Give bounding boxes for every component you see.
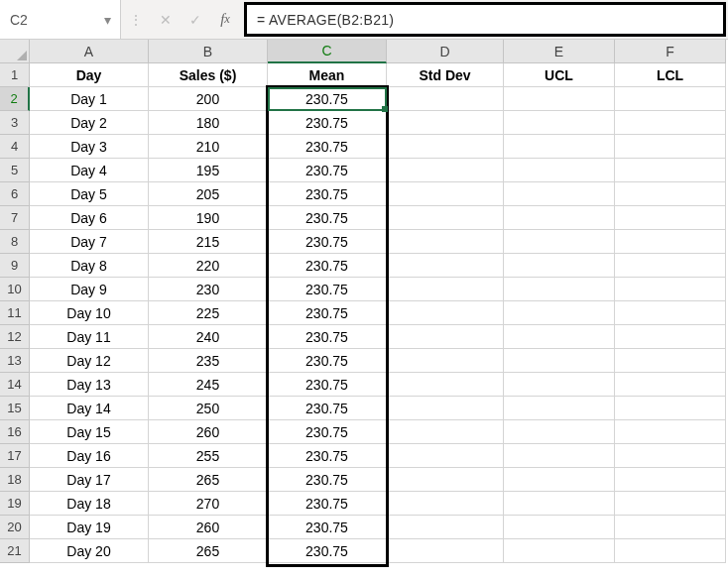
cell-F7[interactable]: [615, 206, 726, 230]
row-header-14[interactable]: 14: [0, 373, 30, 397]
cell-E1[interactable]: UCL: [504, 63, 615, 87]
cell-F11[interactable]: [615, 301, 726, 325]
cell-D5[interactable]: [387, 159, 504, 182]
cell-A19[interactable]: Day 18: [30, 492, 149, 516]
cell-B21[interactable]: 265: [149, 539, 268, 563]
cell-C2[interactable]: 230.75: [268, 87, 387, 111]
row-header-13[interactable]: 13: [0, 349, 30, 373]
cell-F12[interactable]: [615, 325, 726, 349]
cell-E11[interactable]: [504, 301, 615, 325]
cell-A2[interactable]: Day 1: [30, 87, 149, 111]
row-header-7[interactable]: 7: [0, 206, 30, 230]
cell-B12[interactable]: 240: [149, 325, 268, 349]
cell-A3[interactable]: Day 2: [30, 111, 149, 135]
cell-C5[interactable]: 230.75: [268, 159, 387, 182]
cell-F15[interactable]: [615, 397, 726, 420]
cell-D3[interactable]: [387, 111, 504, 135]
cell-E12[interactable]: [504, 325, 615, 349]
cell-E15[interactable]: [504, 397, 615, 420]
column-header-E[interactable]: E: [504, 40, 615, 63]
cell-F8[interactable]: [615, 230, 726, 254]
cell-E7[interactable]: [504, 206, 615, 230]
cell-D16[interactable]: [387, 420, 504, 444]
cell-D13[interactable]: [387, 349, 504, 373]
cell-E19[interactable]: [504, 492, 615, 516]
cell-A4[interactable]: Day 3: [30, 135, 149, 159]
cell-C18[interactable]: 230.75: [268, 468, 387, 492]
row-header-16[interactable]: 16: [0, 420, 30, 444]
cell-A11[interactable]: Day 10: [30, 301, 149, 325]
row-header-10[interactable]: 10: [0, 278, 30, 301]
cell-A7[interactable]: Day 6: [30, 206, 149, 230]
cell-A21[interactable]: Day 20: [30, 539, 149, 563]
cell-B8[interactable]: 215: [149, 230, 268, 254]
cell-A8[interactable]: Day 7: [30, 230, 149, 254]
name-box[interactable]: C2 ▾: [0, 0, 121, 39]
cell-F1[interactable]: LCL: [615, 63, 726, 87]
cell-E17[interactable]: [504, 444, 615, 468]
cell-C8[interactable]: 230.75: [268, 230, 387, 254]
fx-icon[interactable]: fx: [210, 0, 240, 39]
cell-D7[interactable]: [387, 206, 504, 230]
formula-bar-input[interactable]: = AVERAGE(B2:B21): [244, 2, 726, 37]
cell-B11[interactable]: 225: [149, 301, 268, 325]
cell-D11[interactable]: [387, 301, 504, 325]
cell-A1[interactable]: Day: [30, 63, 149, 87]
cell-D17[interactable]: [387, 444, 504, 468]
cell-B4[interactable]: 210: [149, 135, 268, 159]
cell-B19[interactable]: 270: [149, 492, 268, 516]
cell-B20[interactable]: 260: [149, 516, 268, 539]
cell-A20[interactable]: Day 19: [30, 516, 149, 539]
cell-D15[interactable]: [387, 397, 504, 420]
row-header-15[interactable]: 15: [0, 397, 30, 420]
row-header-21[interactable]: 21: [0, 539, 30, 563]
cell-B13[interactable]: 235: [149, 349, 268, 373]
row-header-1[interactable]: 1: [0, 63, 30, 87]
cell-E21[interactable]: [504, 539, 615, 563]
cell-A15[interactable]: Day 14: [30, 397, 149, 420]
select-all-corner[interactable]: [0, 40, 30, 63]
cell-E14[interactable]: [504, 373, 615, 397]
row-header-9[interactable]: 9: [0, 254, 30, 278]
cell-C20[interactable]: 230.75: [268, 516, 387, 539]
cell-F17[interactable]: [615, 444, 726, 468]
cell-C21[interactable]: 230.75: [268, 539, 387, 563]
cell-F9[interactable]: [615, 254, 726, 278]
cell-F18[interactable]: [615, 468, 726, 492]
cell-D8[interactable]: [387, 230, 504, 254]
cell-E16[interactable]: [504, 420, 615, 444]
row-header-18[interactable]: 18: [0, 468, 30, 492]
cell-E8[interactable]: [504, 230, 615, 254]
cell-C4[interactable]: 230.75: [268, 135, 387, 159]
cell-C3[interactable]: 230.75: [268, 111, 387, 135]
column-header-B[interactable]: B: [149, 40, 268, 63]
row-header-11[interactable]: 11: [0, 301, 30, 325]
row-header-17[interactable]: 17: [0, 444, 30, 468]
row-header-3[interactable]: 3: [0, 111, 30, 135]
cell-F2[interactable]: [615, 87, 726, 111]
cell-B9[interactable]: 220: [149, 254, 268, 278]
cell-F20[interactable]: [615, 516, 726, 539]
cell-E4[interactable]: [504, 135, 615, 159]
cell-C13[interactable]: 230.75: [268, 349, 387, 373]
cell-C15[interactable]: 230.75: [268, 397, 387, 420]
cell-F21[interactable]: [615, 539, 726, 563]
cell-D14[interactable]: [387, 373, 504, 397]
cell-C14[interactable]: 230.75: [268, 373, 387, 397]
cell-A10[interactable]: Day 9: [30, 278, 149, 301]
column-header-A[interactable]: A: [30, 40, 149, 63]
cell-E18[interactable]: [504, 468, 615, 492]
row-header-4[interactable]: 4: [0, 135, 30, 159]
cell-D2[interactable]: [387, 87, 504, 111]
cell-D4[interactable]: [387, 135, 504, 159]
cell-C19[interactable]: 230.75: [268, 492, 387, 516]
column-header-F[interactable]: F: [615, 40, 726, 63]
column-header-C[interactable]: C: [268, 40, 387, 63]
cell-D9[interactable]: [387, 254, 504, 278]
cell-C6[interactable]: 230.75: [268, 182, 387, 206]
cell-C10[interactable]: 230.75: [268, 278, 387, 301]
cell-C17[interactable]: 230.75: [268, 444, 387, 468]
cell-C7[interactable]: 230.75: [268, 206, 387, 230]
cell-F19[interactable]: [615, 492, 726, 516]
cell-C1[interactable]: Mean: [268, 63, 387, 87]
